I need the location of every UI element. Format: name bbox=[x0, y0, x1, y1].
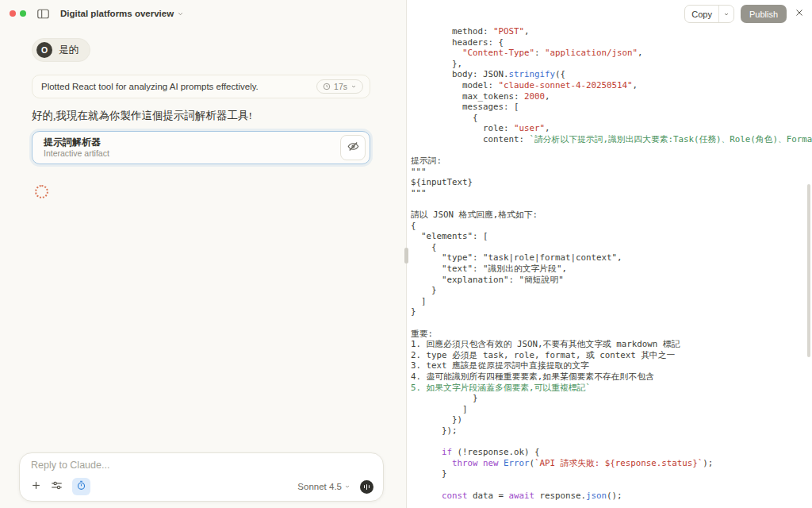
copy-button[interactable]: Copy bbox=[685, 6, 718, 22]
thinking-summary-text: Plotted React tool for analyzing AI prom… bbox=[41, 82, 259, 91]
code-line: }); bbox=[411, 425, 812, 437]
artifact-card-labels: 提示詞解析器 Interactive artifact bbox=[44, 137, 109, 159]
thinking-timer-pill[interactable]: 17s bbox=[316, 79, 363, 94]
code-line: throw new Error(`API 請求失敗: ${response.st… bbox=[411, 458, 812, 469]
code-line: ] bbox=[411, 296, 812, 307]
close-artifact-button[interactable] bbox=[793, 6, 806, 21]
user-message-text: 是的 bbox=[59, 44, 79, 57]
artifact-panel-header: Copy Publish bbox=[684, 5, 806, 23]
code-line: "elements": [ bbox=[411, 231, 812, 242]
code-line: model: "claude-sonnet-4-20250514", bbox=[411, 80, 812, 91]
code-line: } bbox=[411, 285, 812, 296]
code-line: content: `請分析以下提示詞,識別出四大要素:Task(任務)、Role… bbox=[411, 134, 812, 145]
code-line: 重要: bbox=[411, 329, 812, 340]
window-header: Digital platforms overview bbox=[0, 0, 406, 27]
thinking-summary-row[interactable]: Plotted React tool for analyzing AI prom… bbox=[32, 75, 370, 98]
conversation-title-menu[interactable]: Digital platforms overview bbox=[60, 9, 184, 18]
eye-off-icon bbox=[347, 140, 359, 156]
app-window: Digital platforms overview O 是的 Plotted … bbox=[0, 0, 812, 508]
code-line: body: JSON.stringify({ bbox=[411, 69, 812, 80]
assistant-message-text: 好的,我現在就為你製作這個提示詞解析器工具! bbox=[32, 109, 370, 123]
voice-input-button[interactable] bbox=[360, 480, 373, 494]
publish-button[interactable]: Publish bbox=[741, 5, 787, 23]
code-line bbox=[411, 318, 812, 329]
user-message-row: O 是的 bbox=[32, 38, 370, 62]
code-line bbox=[411, 145, 812, 156]
tools-button[interactable] bbox=[51, 480, 63, 493]
code-line: const data = await response.json(); bbox=[411, 491, 812, 502]
conversation-title: Digital platforms overview bbox=[60, 9, 174, 18]
copy-split-button[interactable]: Copy bbox=[684, 5, 734, 23]
code-line: "Content-Type": "application/json", bbox=[411, 48, 812, 59]
artifact-code: method: "POST", headers: { "Content-Type… bbox=[411, 26, 812, 508]
code-line: headers: { bbox=[411, 37, 812, 48]
traffic-light-close[interactable] bbox=[10, 10, 16, 17]
code-line bbox=[411, 479, 812, 491]
code-line: 提示詞: bbox=[411, 156, 812, 167]
composer-toolbar: Sonnet 4.5 bbox=[31, 478, 373, 495]
chevron-down-icon bbox=[723, 10, 730, 19]
code-line: "explanation": "簡短說明" bbox=[411, 275, 812, 286]
artifact-title: 提示詞解析器 bbox=[44, 137, 109, 148]
extended-thinking-toggle[interactable] bbox=[72, 478, 90, 495]
code-line: }, bbox=[411, 59, 812, 70]
user-message-bubble: O 是的 bbox=[32, 38, 90, 62]
chevron-down-icon bbox=[350, 83, 357, 90]
code-line: } bbox=[411, 468, 812, 479]
composer-input[interactable] bbox=[31, 460, 373, 471]
code-line: } bbox=[411, 306, 812, 318]
code-line: 3. text 應該是從原提示詞中直接提取的文字 bbox=[411, 360, 812, 371]
panel-resize-handle[interactable] bbox=[404, 248, 408, 264]
code-line bbox=[411, 199, 812, 210]
artifact-card[interactable]: 提示詞解析器 Interactive artifact bbox=[32, 131, 370, 164]
code-line: { bbox=[411, 242, 812, 253]
code-line: if (!response.ok) { bbox=[411, 447, 812, 458]
chevron-down-icon bbox=[344, 483, 350, 490]
code-line: """ bbox=[411, 167, 812, 178]
chat-messages: O 是的 Plotted React tool for analyzing AI… bbox=[0, 38, 406, 198]
code-line: } bbox=[411, 393, 812, 404]
code-line bbox=[411, 437, 812, 448]
waveform-icon bbox=[364, 484, 370, 490]
code-line: 1. 回應必須只包含有效的 JSON,不要有其他文字或 markdown 標記 bbox=[411, 339, 812, 350]
sidebar-toggle-icon[interactable] bbox=[37, 9, 49, 19]
code-line: { bbox=[411, 221, 812, 232]
code-line: messages: [ bbox=[411, 102, 812, 113]
stopwatch-icon bbox=[76, 480, 86, 493]
traffic-lights bbox=[10, 10, 26, 17]
sliders-icon bbox=[51, 480, 63, 493]
close-icon bbox=[795, 8, 804, 20]
code-line: """ bbox=[411, 188, 812, 199]
copy-menu-button[interactable] bbox=[719, 6, 733, 22]
composer: Sonnet 4.5 bbox=[19, 452, 384, 502]
code-line: "text": "識別出的文字片段", bbox=[411, 264, 812, 275]
code-line: role: "user", bbox=[411, 123, 812, 134]
code-line: 2. type 必須是 task, role, format, 或 contex… bbox=[411, 350, 812, 361]
code-line: method: "POST", bbox=[411, 26, 812, 37]
plus-icon bbox=[31, 480, 41, 493]
code-line: }) bbox=[411, 414, 812, 425]
loading-spinner bbox=[35, 185, 48, 198]
code-line: { bbox=[411, 113, 812, 124]
artifact-panel: Copy Publish method: "POST", headers: { … bbox=[407, 0, 812, 508]
code-line: ${inputText} bbox=[411, 177, 812, 188]
code-line: 請以 JSON 格式回應,格式如下: bbox=[411, 210, 812, 221]
model-selector[interactable]: Sonnet 4.5 bbox=[297, 482, 350, 491]
code-line: ] bbox=[411, 404, 812, 415]
code-line: 5. 如果文字片段涵蓋多個要素,可以重複標記` bbox=[411, 383, 812, 394]
code-line: 4. 盡可能識別所有四種重要要素,如果某個要素不存在則不包含 bbox=[411, 371, 812, 383]
artifact-subtitle: Interactive artifact bbox=[44, 148, 109, 159]
artifact-preview-button[interactable] bbox=[340, 135, 366, 160]
code-line: max_tokens: 2000, bbox=[411, 91, 812, 102]
traffic-light-zoom[interactable] bbox=[20, 10, 26, 17]
chevron-down-icon bbox=[177, 10, 184, 17]
code-line: "type": "task|role|format|context", bbox=[411, 252, 812, 264]
attach-button[interactable] bbox=[31, 480, 41, 493]
clock-icon bbox=[323, 83, 331, 90]
thinking-duration: 17s bbox=[334, 82, 347, 91]
chat-panel: Digital platforms overview O 是的 Plotted … bbox=[0, 0, 407, 508]
model-label: Sonnet 4.5 bbox=[297, 482, 342, 491]
scrollbar-thumb[interactable] bbox=[807, 184, 810, 357]
avatar: O bbox=[36, 42, 52, 58]
